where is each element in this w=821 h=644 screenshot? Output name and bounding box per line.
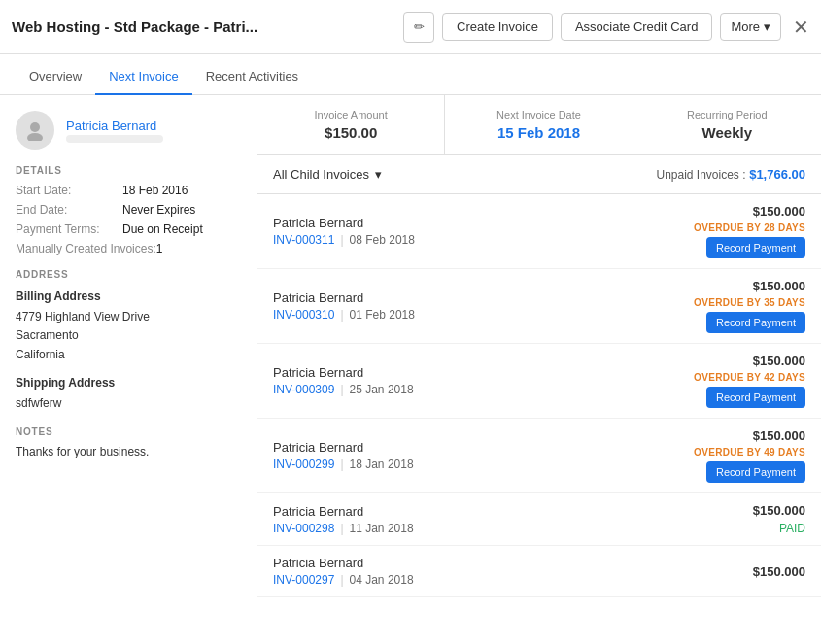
invoice-id[interactable]: INV-000311 (273, 233, 334, 247)
invoice-date: 01 Feb 2018 (350, 308, 415, 322)
invoice-person: Patricia Bernard (273, 216, 415, 230)
invoice-right: $150.000OVERDUE BY 42 DAYSRecord Payment (694, 354, 805, 408)
invoice-id[interactable]: INV-000309 (273, 383, 334, 396)
next-date-value: 15 Feb 2018 (461, 124, 616, 141)
invoice-amount: $150.000 (753, 503, 805, 518)
record-payment-button[interactable]: Record Payment (706, 237, 805, 258)
invoice-row: Patricia BernardINV-000310|01 Feb 2018$1… (257, 269, 821, 344)
header-actions: ✏ Create Invoice Associate Credit Card M… (403, 12, 809, 43)
notes-text: Thanks for your business. (16, 445, 241, 458)
billing-address: Billing Address 4779 Highland View Drive… (16, 288, 241, 364)
user-sub (66, 135, 163, 143)
invoice-left: Patricia BernardINV-000311|08 Feb 2018 (273, 216, 415, 247)
record-payment-button[interactable]: Record Payment (706, 461, 805, 483)
invoice-meta: INV-000311|08 Feb 2018 (273, 233, 415, 247)
billing-line2: Sacramento (16, 328, 79, 342)
billing-address-label: Billing Address (16, 288, 241, 306)
overdue-label: OVERDUE BY 28 DAYS (694, 222, 805, 233)
user-name[interactable]: Patricia Bernard (66, 119, 163, 133)
invoice-meta: INV-000298|11 Jan 2018 (273, 522, 414, 535)
invoice-meta: INV-000310|01 Feb 2018 (273, 308, 415, 322)
page-title: Web Hosting - Std Package - Patri... (12, 18, 323, 35)
record-payment-button[interactable]: Record Payment (706, 387, 805, 408)
invoice-left: Patricia BernardINV-000299|18 Jan 2018 (273, 440, 414, 471)
associate-credit-card-button[interactable]: Associate Credit Card (561, 13, 712, 41)
invoice-list: Patricia BernardINV-000311|08 Feb 2018$1… (257, 194, 821, 597)
close-button[interactable]: ✕ (793, 16, 809, 39)
paid-label: PAID (779, 522, 805, 535)
create-invoice-button[interactable]: Create Invoice (442, 13, 553, 41)
invoice-row: Patricia BernardINV-000299|18 Jan 2018$1… (257, 419, 821, 493)
invoice-amount: $150.000 (753, 354, 805, 368)
invoice-left: Patricia BernardINV-000298|11 Jan 2018 (273, 504, 414, 535)
invoice-row: Patricia BernardINV-000311|08 Feb 2018$1… (257, 194, 821, 269)
invoice-amount: $150.000 (753, 279, 805, 293)
shipping-address: Shipping Address sdfwferw (16, 374, 241, 413)
billing-line3: California (16, 348, 65, 361)
user-info: Patricia Bernard (16, 111, 241, 150)
tab-recent-activities[interactable]: Recent Activities (192, 59, 312, 95)
invoice-meta: INV-000309|25 Jan 2018 (273, 383, 414, 396)
summary-period: Recurring Period Weekly (633, 95, 821, 154)
invoice-date: 11 Jan 2018 (350, 522, 414, 535)
unpaid-label: Unpaid Invoices : (656, 168, 745, 182)
start-date-row: Start Date: 18 Feb 2016 (16, 184, 241, 197)
invoice-person: Patricia Bernard (273, 504, 414, 519)
invoice-right: $150.000PAID (753, 503, 805, 535)
overdue-label: OVERDUE BY 35 DAYS (694, 297, 805, 308)
payment-terms-row: Payment Terms: Due on Receipt (16, 222, 241, 236)
overdue-label: OVERDUE BY 42 DAYS (694, 372, 805, 383)
tabs-bar: Overview Next Invoice Recent Activities (0, 54, 821, 95)
invoice-id[interactable]: INV-000310 (273, 308, 334, 322)
invoice-separator: | (340, 458, 343, 471)
invoice-left: Patricia BernardINV-000297|04 Jan 2018 (273, 556, 414, 587)
invoice-right: $150.000OVERDUE BY 28 DAYSRecord Payment (694, 204, 805, 258)
edit-button[interactable]: ✏ (403, 12, 434, 43)
details-section-label: DETAILS (16, 165, 241, 176)
address-section-label: ADDRESS (16, 269, 241, 280)
period-value: Weekly (649, 124, 805, 141)
more-button[interactable]: More ▾ (720, 13, 781, 41)
tab-next-invoice[interactable]: Next Invoice (95, 59, 192, 95)
user-details: Patricia Bernard (66, 119, 163, 143)
unpaid-amount[interactable]: $1,766.00 (749, 167, 805, 182)
invoice-separator: | (340, 522, 343, 535)
main-content: Patricia Bernard DETAILS Start Date: 18 … (0, 95, 821, 644)
invoice-left: Patricia BernardINV-000309|25 Jan 2018 (273, 365, 414, 396)
invoice-right: $150.000OVERDUE BY 35 DAYSRecord Payment (694, 279, 805, 333)
manually-created-row: Manually Created Invoices: 1 (16, 242, 241, 255)
invoice-id[interactable]: INV-000298 (273, 522, 334, 535)
invoice-amount: $150.000 (753, 428, 805, 443)
child-invoices-bar: All Child Invoices ▾ Unpaid Invoices : $… (257, 155, 821, 194)
more-label: More (731, 19, 760, 34)
invoice-meta: INV-000299|18 Jan 2018 (273, 458, 414, 471)
shipping-line1: sdfwferw (16, 396, 61, 410)
notes-section-label: NOTES (16, 426, 241, 437)
child-invoices-dropdown[interactable]: All Child Invoices ▾ (273, 167, 382, 182)
record-payment-button[interactable]: Record Payment (706, 312, 805, 333)
summary-amount: Invoice Amount $150.00 (257, 95, 445, 154)
edit-icon: ✏ (414, 19, 425, 34)
unpaid-invoices: Unpaid Invoices : $1,766.00 (656, 167, 805, 182)
invoice-id[interactable]: INV-000299 (273, 458, 334, 471)
child-invoices-label: All Child Invoices (273, 167, 369, 182)
manually-created-val: 1 (156, 242, 163, 255)
avatar (16, 111, 54, 150)
period-label: Recurring Period (649, 109, 805, 120)
invoice-id[interactable]: INV-000297 (273, 573, 334, 587)
payment-terms-val: Due on Receipt (122, 222, 203, 236)
payment-terms-key: Payment Terms: (16, 222, 122, 236)
tab-overview[interactable]: Overview (16, 59, 95, 95)
invoice-date: 04 Jan 2018 (350, 573, 414, 587)
next-date-label: Next Invoice Date (461, 109, 616, 120)
invoice-separator: | (340, 233, 343, 247)
end-date-key: End Date: (16, 203, 122, 217)
manually-created-key: Manually Created Invoices: (16, 242, 156, 255)
invoice-left: Patricia BernardINV-000310|01 Feb 2018 (273, 290, 415, 322)
svg-point-0 (30, 122, 40, 132)
summary-next-date: Next Invoice Date 15 Feb 2018 (445, 95, 633, 154)
invoice-amount: $150.000 (753, 564, 805, 579)
amount-label: Invoice Amount (273, 109, 428, 120)
svg-point-1 (27, 133, 43, 141)
start-date-key: Start Date: (16, 184, 122, 197)
